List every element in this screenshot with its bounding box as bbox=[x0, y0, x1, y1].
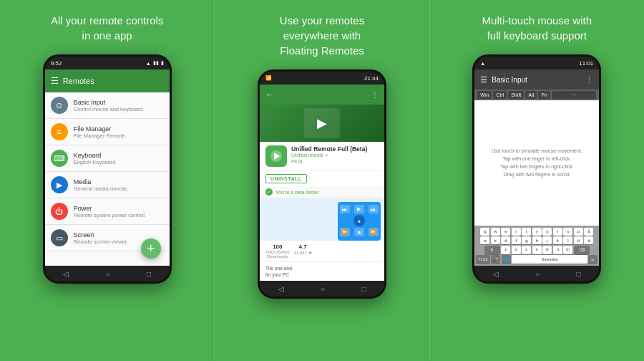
media-name: Media bbox=[74, 178, 164, 186]
phone-3-status-bar: ▲ 11:01 bbox=[474, 57, 599, 69]
play-btn[interactable]: ▶ bbox=[354, 205, 364, 213]
recent-nav-icon-3[interactable]: □ bbox=[577, 270, 581, 278]
phone-1-bottom-nav: ◁ ○ □ bbox=[45, 266, 170, 281]
hamburger-icon-3[interactable]: ☰ bbox=[480, 75, 487, 85]
banner-image: ▶ bbox=[304, 108, 340, 138]
play-badge: PEGI bbox=[291, 159, 303, 164]
key-r[interactable]: r bbox=[512, 228, 521, 236]
phone-3-screen: ☰ Basic Input ⋮ Win Ctrl Shift Alt Fn ··… bbox=[474, 69, 599, 266]
key-v[interactable]: v bbox=[532, 246, 542, 254]
touchpad-area[interactable]: Use touch to simulate mouse movement. Ta… bbox=[474, 100, 599, 226]
numbers-key[interactable]: ?123 bbox=[476, 255, 489, 264]
key-t[interactable]: t bbox=[522, 228, 531, 236]
prev-btn[interactable]: ⏮ bbox=[340, 205, 350, 213]
phone-1-screen: ☰ Remotes ⊙ Basic Input Control mouse an… bbox=[45, 69, 170, 266]
key-w[interactable]: w bbox=[491, 228, 500, 236]
key-oe[interactable]: ö bbox=[574, 236, 583, 244]
ctrl-key[interactable]: Ctrl bbox=[493, 91, 507, 99]
key-s[interactable]: s bbox=[491, 236, 500, 244]
power-info: Power Remote system power control. bbox=[74, 205, 164, 218]
enter-key[interactable]: ↵ bbox=[588, 255, 597, 264]
keyboard-name: Keyboard bbox=[74, 152, 164, 159]
home-nav-icon-3[interactable]: ○ bbox=[535, 270, 540, 278]
modifier-key-row: Win Ctrl Shift Alt Fn ··· bbox=[474, 90, 599, 100]
hamburger-icon[interactable]: ☰ bbox=[51, 76, 59, 86]
key-o[interactable]: o bbox=[563, 228, 572, 236]
back-nav-icon[interactable]: ◁ bbox=[63, 270, 69, 278]
key-i[interactable]: i bbox=[553, 228, 562, 236]
key-p[interactable]: p bbox=[574, 228, 583, 236]
play-app-details: Unified Remote Full (Beta) Unified Inten… bbox=[291, 145, 379, 164]
rw-btn[interactable]: ⏪ bbox=[340, 228, 350, 236]
key-n[interactable]: n bbox=[553, 246, 562, 254]
panel-2-title: Use your remotes everywhere with Floatin… bbox=[280, 13, 364, 58]
keyboard-remote-icon: ⌨ bbox=[51, 150, 68, 167]
key-b[interactable]: b bbox=[542, 246, 552, 254]
basic-input-toolbar: ☰ Basic Input ⋮ bbox=[474, 69, 599, 90]
alt-key[interactable]: Alt bbox=[525, 91, 537, 99]
floating-remote-widget[interactable]: ⏮ ▶ ⏭ ● ⏪ ■ ⏩ bbox=[338, 202, 381, 241]
uninstall-button[interactable]: UNINSTALL bbox=[265, 174, 307, 183]
key-x[interactable]: x bbox=[512, 246, 521, 254]
key-y[interactable]: y bbox=[532, 228, 542, 236]
phone-2-screen: ← ⋮ ▶ bbox=[260, 85, 384, 281]
notification-icon: 📶 bbox=[265, 75, 272, 81]
key-h[interactable]: h bbox=[532, 236, 542, 244]
fn-key[interactable]: Fn bbox=[538, 91, 550, 99]
mic-key[interactable]: 🎤 bbox=[491, 255, 500, 264]
share-icon[interactable]: ⋮ bbox=[371, 91, 379, 99]
remote-bottom-row: ⏪ ■ ⏩ bbox=[340, 228, 379, 236]
key-ae[interactable]: ä bbox=[584, 236, 593, 244]
key-l[interactable]: l bbox=[563, 236, 572, 244]
phone-1-status-bar: 9:52 ▲ ▮▮ ▮ bbox=[45, 57, 170, 69]
space-key[interactable]: Svenska bbox=[512, 255, 587, 264]
shift-key[interactable]: Shift bbox=[508, 91, 524, 99]
panel-3-title: Multi-touch mouse with full keyboard sup… bbox=[482, 13, 592, 43]
back-nav-icon-2[interactable]: ◁ bbox=[278, 285, 284, 293]
basic-input-desc: Control mouse and keyboard. bbox=[74, 106, 164, 112]
key-k[interactable]: k bbox=[553, 236, 562, 244]
recent-nav-icon-2[interactable]: □ bbox=[361, 285, 366, 293]
key-m[interactable]: m bbox=[563, 246, 572, 254]
panel-2: Use your remotes everywhere with Floatin… bbox=[214, 0, 429, 361]
key-f[interactable]: f bbox=[512, 236, 521, 244]
backspace-key[interactable]: ⌫ bbox=[574, 246, 590, 254]
ff-btn[interactable]: ⏩ bbox=[369, 228, 379, 236]
remote-item-basic-input[interactable]: ⊙ Basic Input Control mouse and keyboard… bbox=[45, 92, 170, 119]
play-header-icons: ⋮ bbox=[371, 91, 379, 99]
key-c[interactable]: c bbox=[522, 246, 531, 254]
remote-item-file-manager[interactable]: ≡ File Manager File Manager Remote. bbox=[45, 119, 170, 145]
back-arrow-icon[interactable]: ← bbox=[265, 90, 273, 99]
key-d[interactable]: d bbox=[501, 236, 510, 244]
key-q[interactable]: q bbox=[480, 228, 489, 236]
key-z[interactable]: z bbox=[501, 246, 510, 254]
back-nav-icon-3[interactable]: ◁ bbox=[493, 270, 499, 278]
stop-btn[interactable]: ■ bbox=[354, 228, 364, 236]
key-aa[interactable]: å bbox=[584, 228, 593, 236]
home-nav-icon[interactable]: ○ bbox=[106, 270, 110, 278]
key-g[interactable]: g bbox=[522, 236, 531, 244]
win-key[interactable]: Win bbox=[477, 91, 492, 99]
home-nav-icon-2[interactable]: ○ bbox=[321, 285, 325, 293]
more-icon-3[interactable]: ⋮ bbox=[585, 75, 593, 85]
remote-item-power[interactable]: ⏻ Power Remote system power control. bbox=[45, 198, 170, 225]
fab-button[interactable]: + bbox=[141, 239, 161, 259]
center-btn[interactable]: ● bbox=[353, 215, 365, 226]
key-a[interactable]: a bbox=[480, 236, 489, 244]
next-btn[interactable]: ⏭ bbox=[369, 205, 379, 213]
beta-icon: ✓ bbox=[265, 188, 273, 196]
play-icon: ▶ bbox=[317, 115, 327, 131]
file-manager-icon: ≡ bbox=[51, 123, 68, 140]
key-e[interactable]: e bbox=[501, 228, 510, 236]
recent-nav-icon[interactable]: □ bbox=[147, 270, 151, 278]
globe-key[interactable]: 🌐 bbox=[502, 255, 511, 264]
more-keys-btn[interactable]: ··· bbox=[552, 91, 597, 99]
key-j[interactable]: j bbox=[542, 236, 552, 244]
key-u[interactable]: u bbox=[542, 228, 552, 236]
phone-3-bottom-nav: ◁ ○ □ bbox=[474, 266, 599, 281]
shift-key-kb[interactable]: ⬆ bbox=[484, 246, 500, 254]
remote-item-keyboard[interactable]: ⌨ Keyboard English Keyboard. bbox=[45, 145, 170, 172]
remote-item-media[interactable]: ▶ Media General media remote. bbox=[45, 172, 170, 198]
basic-input-title: Basic Input bbox=[492, 76, 581, 84]
media-icon: ▶ bbox=[51, 176, 68, 193]
